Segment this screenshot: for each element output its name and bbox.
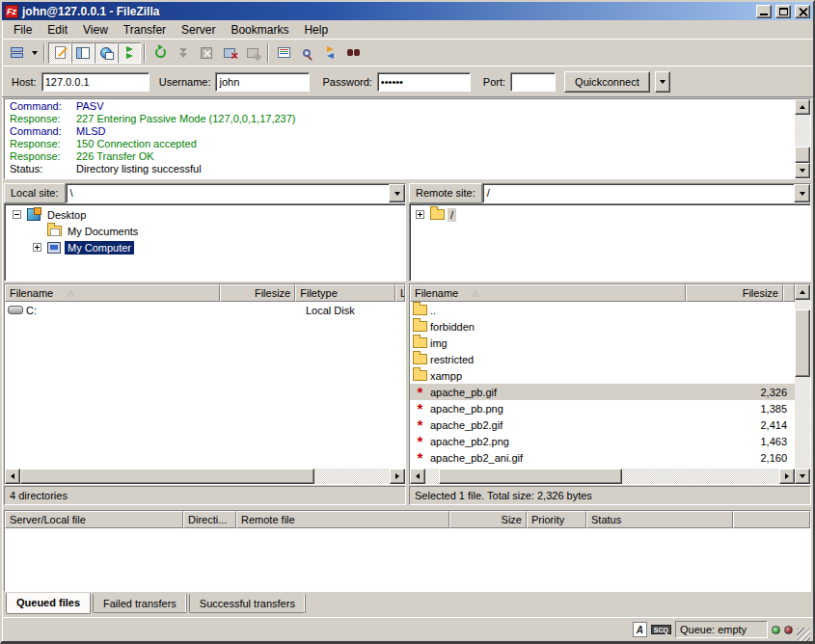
file-row[interactable]: *apache_pb.png1,385 <box>410 400 795 416</box>
disconnect-button[interactable] <box>218 42 241 64</box>
site-manager-dropdown[interactable] <box>28 42 41 64</box>
host-input[interactable] <box>41 72 149 92</box>
remote-horizontal-scrollbar[interactable] <box>410 469 795 484</box>
local-site-combo[interactable]: \ <box>66 183 406 203</box>
scroll-thumb[interactable] <box>439 469 622 484</box>
tree-item-my-documents[interactable]: My Documents <box>5 223 405 239</box>
speed-limit-indicator-icon[interactable]: SCQ <box>651 625 671 634</box>
maximize-button[interactable] <box>775 5 791 18</box>
scroll-down-button[interactable] <box>795 163 810 178</box>
tab-failed-transfers[interactable]: Failed transfers <box>93 594 187 613</box>
scroll-track[interactable] <box>795 300 810 469</box>
scroll-thumb[interactable] <box>795 147 810 163</box>
column-header-last-modified[interactable]: L <box>395 284 405 302</box>
column-header-filesize[interactable]: Filesize <box>686 284 783 302</box>
tree-item-root[interactable]: / <box>410 206 810 223</box>
directory-comparison-button[interactable] <box>295 42 318 64</box>
remote-tree[interactable]: / <box>409 203 811 282</box>
file-row-selected[interactable]: *apache_pb.gif2,326 <box>410 384 795 400</box>
column-header-server-local-file[interactable]: Server/Local file <box>5 511 183 528</box>
queue-body[interactable] <box>5 528 810 591</box>
column-header-direction[interactable]: Directi... <box>183 511 236 528</box>
collapse-icon[interactable] <box>13 210 21 219</box>
log-scrollbar[interactable] <box>795 99 810 178</box>
remote-list-body[interactable]: .. forbidden img restricted xampp *apach… <box>410 302 795 469</box>
menu-bookmarks[interactable]: Bookmarks <box>223 22 296 38</box>
scroll-track[interactable] <box>795 115 810 163</box>
file-row[interactable]: *apache_pb2.png1,463 <box>410 433 795 449</box>
scroll-up-button[interactable] <box>795 284 810 300</box>
column-header-filetype[interactable]: Filetype <box>295 284 395 302</box>
column-header-size[interactable]: Size <box>449 511 527 528</box>
username-input[interactable] <box>215 72 310 92</box>
file-row[interactable]: *apache_pb2.gif2,414 <box>410 416 795 433</box>
port-input[interactable] <box>510 72 556 92</box>
resize-grip[interactable] <box>797 628 810 641</box>
remote-vertical-scrollbar[interactable] <box>795 284 810 484</box>
file-row[interactable]: xampp <box>410 367 795 384</box>
file-row[interactable]: img <box>410 335 795 351</box>
process-queue-button[interactable] <box>172 42 195 64</box>
menu-help[interactable]: Help <box>296 22 336 38</box>
column-header-status[interactable]: Status <box>586 511 733 528</box>
site-manager-button[interactable] <box>5 42 28 64</box>
scroll-left-button[interactable] <box>410 469 425 484</box>
message-log[interactable]: Command:PASV Response:227 Entering Passi… <box>5 99 795 178</box>
column-header-priority[interactable]: Priority <box>527 511 586 528</box>
file-row-c-drive[interactable]: C: Local Disk <box>5 302 405 318</box>
expand-icon[interactable] <box>33 243 41 252</box>
refresh-button[interactable] <box>149 42 172 64</box>
cancel-button[interactable] <box>195 42 218 64</box>
transfer-type-indicator-icon[interactable]: A <box>633 622 647 637</box>
tab-queued-files[interactable]: Queued files <box>6 593 91 614</box>
tree-item-desktop[interactable]: Desktop <box>5 206 405 223</box>
synchronized-browsing-button[interactable] <box>318 42 341 64</box>
quickconnect-dropdown[interactable] <box>655 71 670 93</box>
menu-edit[interactable]: Edit <box>40 22 75 38</box>
scroll-left-button[interactable] <box>5 469 20 484</box>
file-row[interactable]: *apache_pb2_ani.gif2,160 <box>410 449 795 466</box>
local-tree[interactable]: Desktop My Documents My Computer <box>4 203 406 282</box>
menu-view[interactable]: View <box>75 22 116 38</box>
file-row[interactable]: forbidden <box>410 318 795 335</box>
scroll-down-button[interactable] <box>795 469 810 484</box>
directory-filters-button[interactable] <box>272 42 295 64</box>
file-row[interactable]: restricted <box>410 351 795 367</box>
scroll-thumb[interactable] <box>20 469 314 484</box>
find-files-button[interactable] <box>341 42 365 64</box>
tab-successful-transfers[interactable]: Successful transfers <box>189 594 306 613</box>
local-horizontal-scrollbar[interactable] <box>5 469 405 484</box>
remote-site-dropdown[interactable] <box>794 184 810 202</box>
toggle-transfer-queue-button[interactable] <box>118 42 141 64</box>
scroll-track[interactable] <box>425 469 779 484</box>
toggle-remote-tree-button[interactable] <box>95 42 118 64</box>
scroll-track[interactable] <box>20 469 390 484</box>
scroll-thumb[interactable] <box>795 309 810 377</box>
minimize-button[interactable] <box>756 5 772 18</box>
reconnect-button[interactable] <box>241 42 264 64</box>
quickconnect-button[interactable]: Quickconnect <box>564 71 650 93</box>
column-header-extra[interactable] <box>733 511 810 528</box>
folder-icon <box>413 321 427 332</box>
column-header-filesize[interactable]: Filesize <box>220 284 295 302</box>
menu-file[interactable]: File <box>6 22 40 38</box>
scroll-up-button[interactable] <box>795 99 810 115</box>
scroll-right-button[interactable] <box>779 469 795 484</box>
local-list-body[interactable]: C: Local Disk <box>5 302 405 469</box>
tree-item-my-computer[interactable]: My Computer <box>5 239 405 255</box>
file-row[interactable]: .. <box>410 302 795 318</box>
menu-server[interactable]: Server <box>174 22 223 38</box>
column-header-extra[interactable] <box>783 284 795 302</box>
remote-site-combo[interactable]: / <box>482 183 811 203</box>
toggle-message-log-button[interactable] <box>48 42 71 64</box>
menu-transfer[interactable]: Transfer <box>116 22 174 38</box>
scroll-right-button[interactable] <box>390 469 405 484</box>
local-site-dropdown[interactable] <box>389 184 405 202</box>
column-header-remote-file[interactable]: Remote file <box>236 511 449 528</box>
expand-icon[interactable] <box>416 210 424 219</box>
column-header-filename[interactable]: Filename <box>410 284 686 302</box>
password-input[interactable] <box>377 72 471 92</box>
close-button[interactable] <box>795 5 810 18</box>
toggle-local-tree-button[interactable] <box>71 42 95 64</box>
column-header-filename[interactable]: Filename <box>5 284 220 302</box>
